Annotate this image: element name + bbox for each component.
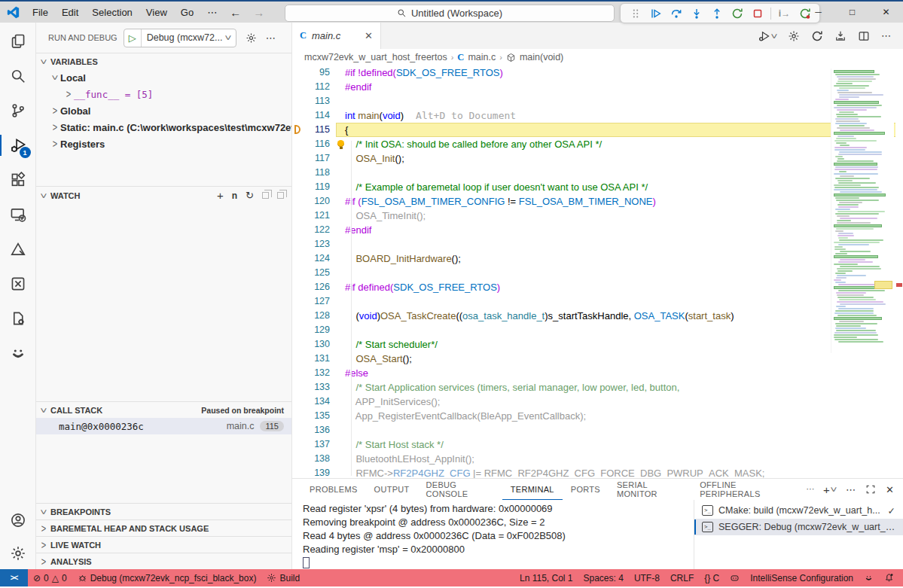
code-line-119[interactable]: 119 /* Example of baremetal loop if user… [292, 180, 903, 194]
line-number-gutter[interactable]: 133 [292, 380, 336, 395]
tab-debug-console[interactable]: DEBUG CONSOLE [418, 479, 502, 500]
sidebar-item-explorer[interactable] [0, 24, 36, 59]
code-text[interactable]: (void)OSA_TaskCreate((osa_task_handle_t)… [336, 309, 903, 323]
line-number-gutter[interactable]: 116 [292, 137, 336, 151]
line-number-gutter[interactable]: 95 [292, 66, 336, 80]
launch-config-dropdown[interactable]: ▷ Debug (mcxw72... > [124, 29, 236, 47]
line-number-gutter[interactable]: 128 [292, 309, 336, 323]
line-number-gutter[interactable]: 121 [292, 209, 336, 223]
code-line-137[interactable]: 137 /* Start Host stack */ [292, 437, 903, 452]
code-line-115[interactable]: 115{ [292, 123, 903, 137]
code-line-126[interactable]: 126#if defined(SDK_OS_FREE_RTOS) [292, 280, 903, 294]
menu-selection[interactable]: Selection [85, 2, 139, 23]
eol-status[interactable]: CRLF [665, 569, 699, 586]
code-text[interactable]: #if defined(SDK_OS_FREE_RTOS) [336, 280, 903, 294]
sidebar-item-extensions[interactable] [0, 163, 36, 197]
code-text[interactable]: #if !defined(SDK_OS_FREE_RTOS) [336, 66, 903, 80]
editor-more-actions[interactable]: ⋯ [881, 30, 891, 41]
code-line-118[interactable]: 118 [292, 166, 903, 180]
sidebar-item-search[interactable] [0, 59, 36, 93]
code-line-125[interactable]: 125 [292, 266, 903, 280]
encoding-status[interactable]: UTF-8 [629, 569, 665, 586]
close-button[interactable]: ✕ [869, 2, 903, 23]
indentation-status[interactable]: Spaces: 4 [578, 569, 629, 586]
line-number-gutter[interactable]: 113 [292, 94, 336, 108]
code-text[interactable]: #endif [336, 80, 903, 94]
variables-scope-static[interactable]: > Static: main.c (C:\work\workspaces\tes… [36, 119, 291, 136]
code-text[interactable]: RFMC->RF2P4GHZ_CFG |= RFMC_RF2P4GHZ_CFG_… [336, 466, 903, 478]
code-text[interactable]: #endif [336, 223, 903, 237]
run-or-debug-button[interactable]: > [758, 30, 776, 42]
line-number-gutter[interactable]: 132 [292, 366, 336, 380]
variables-scope-global[interactable]: > Global [36, 102, 291, 119]
intellisense-status[interactable]: IntelliSense Configuration [745, 569, 859, 586]
code-line-138[interactable]: 138 BluetoothLEHost_AppInit(); [292, 452, 903, 466]
code-line-122[interactable]: 122#endif [292, 223, 903, 237]
breadcrumb-file[interactable]: main.c [468, 52, 496, 62]
line-number-gutter[interactable]: 118 [292, 166, 336, 180]
code-text[interactable]: BluetoothLEHost_AppInit(); [336, 452, 903, 466]
variable-row-func[interactable]: > __func__ = [5] [36, 86, 291, 102]
sidebar-more-actions[interactable]: ⋯ [266, 32, 276, 44]
live-watch-section-header[interactable]: > LIVE WATCH [36, 536, 291, 553]
debug-step-into-button[interactable] [687, 5, 706, 22]
code-line-121[interactable]: 121 OSA_TimeInit(); [292, 209, 903, 223]
tab-close-icon[interactable]: ✕ [365, 30, 373, 41]
line-number-gutter[interactable]: 119 [292, 180, 336, 194]
settings-button[interactable] [0, 538, 36, 569]
code-text[interactable] [336, 166, 903, 180]
problems-status[interactable]: ⊘0 △0 [28, 569, 72, 586]
remote-indicator[interactable]: >< [0, 569, 28, 586]
command-center-search[interactable]: Untitled (Workspace) [285, 5, 615, 22]
start-debug-icon[interactable]: ▷ [124, 29, 142, 47]
menu-overflow[interactable]: ⋯ [200, 2, 224, 23]
menu-go[interactable]: Go [174, 2, 200, 23]
sidebar-item-nxp-extension[interactable] [0, 267, 36, 301]
line-number-gutter[interactable]: 124 [292, 251, 336, 266]
code-line-134[interactable]: 134 APP_InitServices(); [292, 395, 903, 409]
tab-offline-peripherals[interactable]: OFFLINE PERIPHERALS [691, 479, 798, 500]
code-line-95[interactable]: 95#if !defined(SDK_OS_FREE_RTOS) [292, 66, 903, 80]
code-editor[interactable]: 95#if !defined(SDK_OS_FREE_RTOS)112#endi… [292, 66, 903, 478]
line-number-gutter[interactable]: 122 [292, 223, 336, 237]
line-number-gutter[interactable]: 137 [292, 437, 336, 452]
sidebar-item-config-tools[interactable] [0, 301, 36, 336]
code-text[interactable]: App_RegisterEventCallback(BleApp_EventCa… [336, 409, 903, 423]
code-line-112[interactable]: 112#endif [292, 80, 903, 94]
menu-file[interactable]: File [26, 2, 55, 23]
sidebar-item-mcuxpresso-tools[interactable] [0, 232, 36, 267]
lightbulb-icon[interactable] [337, 140, 344, 147]
baremetal-heap-section-header[interactable]: > BAREMETAL HEAP AND STACK USAGE [36, 519, 291, 536]
code-line-123[interactable]: 123 [292, 237, 903, 251]
debug-config-status[interactable]: Debug (mcxw72evk_ncp_fsci_black_box) [72, 569, 262, 586]
tab-terminal[interactable]: TERMINAL [502, 479, 563, 500]
tab-serial-monitor[interactable]: SERIAL MONITOR [609, 479, 691, 500]
terminal-output[interactable]: Read register 'xpsr' (4 bytes) from hard… [292, 500, 694, 569]
code-text[interactable]: /* Init OSA: should be called before any… [336, 137, 903, 151]
code-text[interactable] [336, 323, 903, 337]
code-text[interactable]: BOARD_InitHardware(); [336, 251, 903, 266]
code-line-114[interactable]: 114int main(void)Alt+D to Document [292, 108, 903, 123]
close-panel-icon[interactable]: ✕ [886, 484, 894, 495]
panel-more-actions[interactable]: ⋯ [846, 484, 856, 495]
code-line-130[interactable]: 130 /* Start scheduler*/ [292, 337, 903, 352]
code-line-131[interactable]: 131 OSA_Start(); [292, 352, 903, 366]
editor-settings-gear-icon[interactable] [788, 30, 800, 42]
toolbar-drag-handle[interactable] [626, 5, 645, 22]
sidebar-item-remote-explorer[interactable] [0, 197, 36, 232]
debug-restart-button[interactable] [728, 5, 746, 22]
code-line-129[interactable]: 129 [292, 323, 903, 337]
line-number-gutter[interactable]: 117 [292, 151, 336, 166]
variables-scope-local[interactable]: > Local [36, 69, 291, 86]
code-text[interactable]: OSA_Init(); [336, 151, 903, 166]
code-line-124[interactable]: 124 BOARD_InitHardware(); [292, 251, 903, 266]
code-text[interactable] [336, 94, 903, 108]
code-line-113[interactable]: 113 [292, 94, 903, 108]
code-text[interactable] [336, 237, 903, 251]
code-line-120[interactable]: 120#if (FSL_OSA_BM_TIMER_CONFIG != FSL_O… [292, 194, 903, 209]
maximize-panel-icon[interactable] [865, 484, 876, 495]
line-number-gutter[interactable]: 129 [292, 323, 336, 337]
variables-scope-registers[interactable]: > Registers [36, 136, 291, 152]
menu-view[interactable]: View [139, 2, 174, 23]
debug-settings-gear-icon[interactable] [246, 32, 257, 44]
